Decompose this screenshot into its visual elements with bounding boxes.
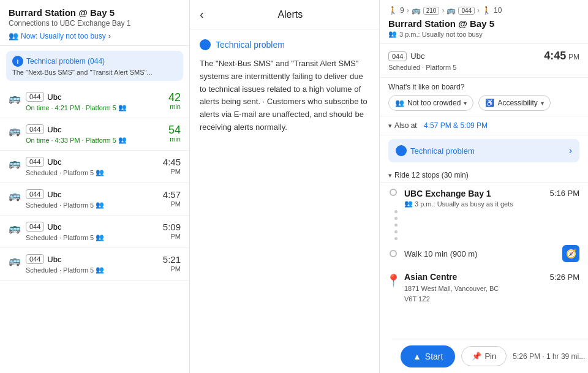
accessibility-button[interactable]: ♿ Accessibility ▾	[478, 95, 550, 111]
walk-left	[388, 250, 398, 257]
bus-item[interactable]: 🚌 044 Ubc Scheduled · Platform 5 👥 4:45P…	[0, 151, 189, 183]
bus-list: 🚌 044 Ubc On time ·4:21 PM · Platform 5 …	[0, 86, 189, 373]
ride-chevron: ▾	[388, 171, 392, 179]
alert-content-title: Technical problem	[216, 40, 285, 50]
ride-stops[interactable]: ▾ Ride 12 stops (30 min)	[380, 166, 588, 183]
alerts-title: Alerts	[211, 9, 369, 20]
dest-address-1: 1871 West Mall, Vancouver, BC	[404, 285, 499, 292]
walk-label: Walk 10 min (900 m)	[404, 249, 477, 258]
tech-problem-banner[interactable]: i Technical problem ›	[388, 139, 579, 162]
also-at-times[interactable]: 4:57 PM & 5:09 PM	[424, 121, 488, 130]
busy-chevron: ›	[108, 32, 111, 40]
bus-item[interactable]: 🚌 044 Ubc On time ·4:21 PM · Platform 5 …	[0, 86, 189, 118]
pin-btn-icon: 📌	[472, 352, 481, 361]
start-label: Start	[425, 352, 443, 361]
alert-title: i Technical problem (044)	[12, 56, 177, 67]
bus-status: Scheduled · Platform 5 👥	[26, 201, 158, 209]
whats-like-section: What's it like on board? 👥 Not too crowd…	[380, 78, 588, 116]
breadcrumb-bus1: 210	[423, 7, 440, 15]
route-badge: 044	[26, 92, 44, 102]
breadcrumb-walk2: 10	[494, 6, 502, 15]
back-button[interactable]: ‹	[200, 7, 204, 21]
dest-address-2: V6T 1Z2	[404, 295, 430, 303]
accessibility-label: Accessibility	[497, 99, 537, 107]
bus-route: 044 Ubc	[26, 254, 158, 264]
start-button[interactable]: ▲ Start	[401, 345, 455, 367]
tech-arrow-icon: ›	[569, 145, 572, 156]
right-people-icon: 👥	[388, 30, 397, 38]
bus-info: 044 Ubc On time ·4:21 PM · Platform 5 👥	[26, 92, 164, 111]
status-detail: 4:33 PM · Platform 5	[55, 137, 116, 144]
alert-banner[interactable]: i Technical problem (044) The "Next-Bus …	[6, 51, 183, 81]
breadcrumb-walk1: 9	[400, 6, 404, 15]
bus-time: 4:57PM	[163, 189, 181, 208]
status-detail: 4:21 PM · Platform 5	[55, 104, 116, 111]
right-busy-text: 3 p.m.: Usually not too busy	[399, 31, 483, 38]
right-station-busy: 👥 3 p.m.: Usually not too busy	[388, 30, 579, 38]
busy-link[interactable]: Now: Usually not too busy	[21, 32, 106, 40]
bus-icon: 🚌	[9, 190, 21, 202]
ride-stops-label: Ride 12 stops (30 min)	[394, 171, 469, 179]
bus-item[interactable]: 🚌 044 Ubc Scheduled · Platform 5 👥 5:21P…	[0, 248, 189, 281]
bus-time: 54min	[168, 124, 181, 143]
route-badge: 044	[26, 157, 44, 167]
alert-content-header: i Technical problem	[200, 39, 369, 50]
right-content: 044 Ubc 4:45 PM Scheduled · Platform 5 W…	[380, 43, 588, 373]
bus-icon-2: 🚌	[447, 6, 456, 15]
platform-people-icon: 👥	[96, 201, 104, 209]
platform-people-icon: 👥	[96, 233, 104, 241]
walk-section: Walk 10 min (900 m) 🧭	[380, 240, 588, 267]
route-row: 044 Ubc 4:45 PM	[388, 50, 579, 62]
timeline-dots	[380, 210, 588, 240]
dot5	[394, 237, 398, 240]
status-text: On time	[26, 104, 50, 111]
bus-item[interactable]: 🚌 044 Ubc On time ·4:33 PM · Platform 5 …	[0, 118, 189, 151]
status-text: Scheduled	[26, 202, 58, 209]
ubc-time: 5:16 PM	[550, 189, 579, 198]
pin-label: Pin	[484, 352, 496, 361]
crowded-chevron: ▾	[464, 100, 467, 107]
right-header: 🚶 9 › 🚌 210 › 🚌 044 › 🚶 10 Burrard Stati…	[380, 0, 588, 43]
status-text: On time	[26, 137, 50, 144]
alert-content: i Technical problem The "Next-Bus SMS" a…	[190, 29, 379, 144]
walk-content: Walk 10 min (900 m)	[404, 249, 556, 258]
scheduled-platform: Scheduled · Platform 5	[388, 64, 579, 71]
bus-icon-1: 🚌	[412, 6, 421, 15]
route-dest: Ubc	[47, 255, 61, 264]
alert-body: The "Next-Bus SMS" and "Transit Alert SM…	[200, 58, 369, 134]
bus-item[interactable]: 🚌 044 Ubc Scheduled · Platform 5 👥 4:57P…	[0, 183, 189, 216]
route-badge: 044	[26, 189, 44, 199]
bottom-bar: ▲ Start 📌 Pin 5:26 PM · 1 hr 39 mi...	[392, 339, 588, 373]
subtitle: Connections to UBC Exchange Bay 1	[9, 19, 181, 28]
route-dest: Ubc	[47, 190, 61, 199]
bus-info: 044 Ubc Scheduled · Platform 5 👥	[26, 189, 158, 209]
station-title: Burrard Station @ Bay 5	[9, 7, 181, 18]
bus-route: 044 Ubc	[26, 222, 158, 232]
route-dest: Ubc	[47, 157, 61, 167]
crowded-button[interactable]: 👥 Not too crowded ▾	[388, 95, 473, 111]
bus-info: 044 Ubc Scheduled · Platform 5 👥	[26, 222, 158, 241]
destination-time: 5:26 PM	[550, 273, 579, 282]
right-route-dest: Ubc	[410, 51, 424, 61]
dot4	[394, 230, 398, 233]
breadcrumb-bus2: 044	[458, 7, 475, 15]
bus-time: 5:09PM	[163, 222, 181, 240]
route-left: 044 Ubc	[388, 51, 424, 61]
whats-like-title: What's it like on board?	[388, 83, 579, 91]
bus-icon: 🚌	[9, 92, 21, 104]
tech-info-icon: i	[396, 145, 407, 156]
bus-item[interactable]: 🚌 044 Ubc Scheduled · Platform 5 👥 5:09P…	[0, 216, 189, 248]
pin-button[interactable]: 📌 Pin	[461, 346, 507, 366]
status-detail: · Platform 5	[59, 169, 94, 176]
depart-ampm: PM	[568, 53, 579, 61]
status-text: Scheduled	[26, 266, 58, 274]
tech-banner-left: i Technical problem	[396, 145, 475, 156]
whats-like-buttons: 👥 Not too crowded ▾ ♿ Accessibility ▾	[388, 95, 579, 111]
people-icon-btn: 👥	[395, 99, 404, 107]
bus-icon: 🚌	[9, 125, 21, 137]
middle-header: ‹ Alerts	[190, 0, 379, 29]
bus-info: 044 Ubc On time ·4:33 PM · Platform 5 👥	[26, 124, 164, 144]
ubc-info: UBC Exchange Bay 1 👥 3 p.m.: Usually as …	[404, 189, 513, 208]
crowded-label: Not too crowded	[407, 99, 461, 107]
alert-title-text: Technical problem (044)	[26, 57, 105, 66]
